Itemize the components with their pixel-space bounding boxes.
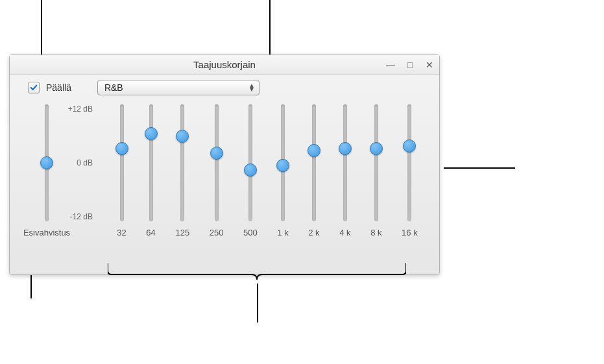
band-thumb[interactable] — [145, 127, 158, 140]
window-controls: — □ ✕ — [385, 55, 435, 75]
band-freq-label: 500 — [243, 228, 258, 237]
band-slider[interactable] — [374, 104, 378, 221]
preamp-slider[interactable] — [45, 104, 49, 221]
callout-line — [257, 284, 258, 322]
band-slider[interactable] — [312, 104, 316, 221]
eq-band: 32 — [117, 99, 126, 267]
band-slider[interactable] — [215, 104, 219, 221]
on-checkbox[interactable] — [28, 82, 40, 93]
band-freq-label: 125 — [175, 228, 189, 237]
preset-select[interactable]: R&B ▲▼ — [97, 80, 260, 95]
band-thumb[interactable] — [244, 164, 257, 176]
equalizer-body: Esivahvistus +12 dB 0 dB -12 dB 32641252… — [10, 97, 439, 272]
preset-selected-value: R&B — [104, 82, 123, 93]
band-slider[interactable] — [407, 104, 411, 221]
eq-band: 125 — [175, 99, 189, 267]
eq-band: 16 k — [402, 99, 418, 267]
band-thumb[interactable] — [176, 130, 189, 143]
eq-band: 8 k — [370, 99, 381, 267]
eq-band: 500 — [243, 99, 258, 267]
band-freq-label: 32 — [117, 228, 126, 237]
preamp-thumb[interactable] — [40, 156, 53, 169]
band-freq-label: 2 k — [308, 228, 319, 237]
callout-line — [444, 167, 515, 169]
controls-row: Päällä R&B ▲▼ — [10, 75, 439, 97]
check-icon — [29, 83, 38, 92]
band-thumb[interactable] — [370, 142, 383, 155]
band-freq-label: 1 k — [277, 228, 288, 237]
band-slider[interactable] — [149, 104, 153, 221]
maximize-button[interactable]: □ — [404, 60, 416, 70]
band-slider[interactable] — [281, 104, 285, 221]
eq-bands: 32641252505001 k2 k4 k8 k16 k — [76, 99, 431, 267]
eq-band: 4 k — [339, 99, 350, 267]
minimize-button[interactable]: — — [385, 60, 396, 70]
preamp-label: Esivahvistus — [23, 228, 70, 237]
preamp-column: Esivahvistus +12 dB 0 dB -12 dB — [18, 99, 76, 267]
band-freq-label: 64 — [146, 228, 155, 237]
band-freq-label: 8 k — [370, 228, 381, 237]
window-title: Taajuuskorjain — [193, 59, 256, 70]
band-slider[interactable] — [120, 104, 124, 221]
band-slider[interactable] — [248, 104, 252, 221]
band-slider[interactable] — [180, 104, 184, 221]
eq-band: 250 — [210, 99, 224, 267]
equalizer-window: Taajuuskorjain — □ ✕ Päällä R&B ▲▼ Esiva… — [9, 55, 440, 275]
band-freq-label: 4 k — [339, 228, 350, 237]
on-label: Päällä — [46, 82, 71, 93]
eq-band: 1 k — [277, 99, 288, 267]
band-thumb[interactable] — [403, 140, 416, 152]
band-freq-label: 250 — [210, 228, 224, 237]
select-arrows-icon: ▲▼ — [248, 84, 255, 91]
band-thumb[interactable] — [276, 159, 289, 172]
band-thumb[interactable] — [308, 144, 320, 157]
titlebar: Taajuuskorjain — □ ✕ — [10, 55, 439, 75]
close-button[interactable]: ✕ — [424, 60, 435, 70]
eq-band: 2 k — [308, 99, 319, 267]
band-thumb[interactable] — [115, 142, 128, 155]
band-thumb[interactable] — [339, 142, 352, 155]
band-thumb[interactable] — [210, 147, 223, 160]
eq-band: 64 — [146, 99, 155, 267]
band-freq-label: 16 k — [402, 228, 418, 237]
band-slider[interactable] — [343, 104, 347, 221]
